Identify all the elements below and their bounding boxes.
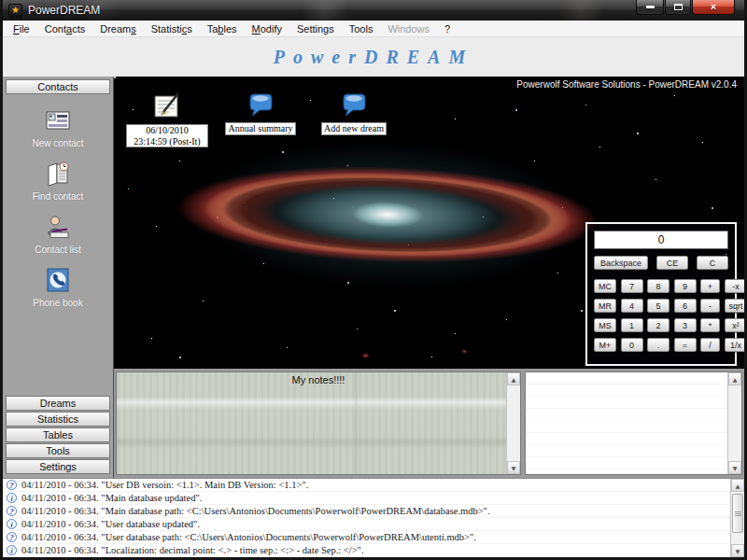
- calc-btn-5[interactable]: 5: [647, 299, 669, 313]
- sidebar-items: New contactFind contactContact listPhone…: [5, 95, 111, 308]
- calc-btn-divide[interactable]: /: [700, 338, 720, 352]
- scroll-up-icon[interactable]: ▲: [731, 479, 744, 492]
- log-entry-text: 04/11/2010 - 06:34. "Main database path:…: [21, 506, 490, 516]
- info-icon: i: [7, 493, 17, 503]
- calculator-grid: MC789+-xMR456-sqrtMS123*x²M+0.=/1/x: [594, 279, 728, 352]
- empty-list-box[interactable]: ▲ ▼: [525, 371, 742, 475]
- calc-btn-3[interactable]: 3: [674, 318, 697, 332]
- log-entry: i04/11/2010 - 06:34. "User database upda…: [3, 518, 730, 531]
- desktop-icon-label: Add new dream: [321, 122, 387, 135]
- calc-btn-9[interactable]: 9: [674, 279, 697, 293]
- window-controls: ×: [635, 0, 735, 15]
- sidebar-item-find-contact[interactable]: Find contact: [33, 159, 83, 202]
- calc-btn-minus[interactable]: -: [700, 299, 720, 313]
- menu-item-file[interactable]: File: [6, 21, 37, 36]
- starfield-bright: [114, 77, 116, 78]
- menu-item-help[interactable]: ?: [437, 21, 458, 36]
- galaxy-desktop[interactable]: Powerwolf Software Solutions - PowerDREA…: [114, 77, 744, 369]
- maximize-button[interactable]: [665, 0, 691, 15]
- calc-btn-7[interactable]: 7: [621, 279, 643, 293]
- sidebar-item-phone-book[interactable]: Phone book: [33, 265, 82, 308]
- calc-btn-2[interactable]: 2: [647, 318, 669, 332]
- calc-btn-ce[interactable]: CE: [656, 256, 688, 270]
- calc-btn-1[interactable]: 1: [621, 318, 643, 332]
- calc-btn-ms[interactable]: MS: [594, 318, 616, 332]
- calc-btn-negate[interactable]: -x: [725, 279, 745, 293]
- calc-btn-equals[interactable]: =: [674, 338, 697, 352]
- sidebar-section-settings[interactable]: Settings: [6, 459, 110, 474]
- menu-item-modify[interactable]: Modify: [245, 21, 289, 36]
- sidebar-item-contact-list[interactable]: Contact list: [35, 212, 80, 255]
- calc-btn-backspace[interactable]: Backspace: [594, 256, 648, 270]
- menu-bar: FileContactsDreamsStatisticsTablesModify…: [3, 21, 744, 37]
- new-contact-icon: [43, 105, 73, 135]
- minimize-icon: [646, 6, 655, 8]
- scroll-down-icon[interactable]: ▼: [507, 461, 520, 474]
- sidebar-section-statistics[interactable]: Statistics: [6, 412, 110, 427]
- minimize-button[interactable]: [636, 0, 664, 15]
- phone-book-icon: [43, 265, 73, 295]
- log-entry-text: 04/11/2010 - 06:34. "User DB versoin: <1…: [21, 480, 308, 490]
- menu-item-dreams[interactable]: Dreams: [92, 21, 144, 36]
- log-panel: ?04/11/2010 - 06:34. "User DB versoin: <…: [3, 478, 744, 557]
- close-button[interactable]: ×: [692, 0, 735, 15]
- scroll-down-icon[interactable]: ▼: [731, 544, 744, 557]
- title-bar[interactable]: ★ PowerDREAM ×: [3, 0, 744, 21]
- dream-bubble-icon: [342, 86, 367, 118]
- scrollbar-thumb[interactable]: [732, 494, 743, 533]
- menu-item-tools[interactable]: Tools: [342, 21, 381, 36]
- desktop-icon-annual-summary[interactable]: Annual summary: [218, 86, 303, 135]
- log-entry: ?04/11/2010 - 06:34. "User database path…: [3, 531, 730, 544]
- calc-btn-6[interactable]: 6: [674, 299, 697, 313]
- desktop-icon-label: Annual summary: [225, 122, 295, 135]
- menu-item-contacts[interactable]: Contacts: [37, 21, 92, 36]
- scroll-up-icon[interactable]: ▲: [728, 372, 741, 385]
- menu-item-statistics[interactable]: Statistics: [144, 21, 200, 36]
- calc-btn-dot[interactable]: .: [647, 338, 669, 352]
- question-icon: ?: [7, 480, 17, 490]
- calc-btn-0[interactable]: 0: [621, 338, 643, 352]
- sidebar-section-tables[interactable]: Tables: [6, 427, 110, 442]
- calc-btn-m[interactable]: M+: [594, 338, 616, 352]
- sidebar-section-dreams[interactable]: Dreams: [6, 396, 110, 411]
- sidebar-section-tools[interactable]: Tools: [6, 443, 110, 458]
- notes-scrollbar[interactable]: ▲ ▼: [506, 372, 520, 474]
- window-title: PowerDREAM: [28, 4, 100, 17]
- log-scrollbar[interactable]: ▲ ▼: [730, 479, 744, 557]
- desktop-icon-label: 06/10/2010 23:14:59 (Post-It): [126, 124, 208, 147]
- calc-btn-mc[interactable]: MC: [594, 279, 616, 293]
- sidebar-section-contacts[interactable]: Contacts: [6, 79, 110, 94]
- calc-btn-sqrt[interactable]: sqrt: [725, 299, 745, 313]
- banner-title: PowerDREAM: [274, 47, 473, 68]
- app-star-icon: ★: [8, 4, 22, 18]
- log-entry: i04/11/2010 - 06:34. "Main database upda…: [3, 492, 730, 505]
- main-panel: Powerwolf Software Solutions - PowerDREA…: [114, 77, 744, 478]
- desktop-icon-06-10-2010-23-14-59-post-it[interactable]: 06/10/2010 23:14:59 (Post-It): [125, 86, 209, 147]
- calc-btn-c[interactable]: C: [697, 256, 728, 270]
- calc-btn-mr[interactable]: MR: [594, 299, 616, 313]
- menu-item-windows[interactable]: Windows: [380, 21, 437, 36]
- post-it-icon: [152, 86, 182, 119]
- calc-btn-8[interactable]: 8: [647, 279, 669, 293]
- sidebar-item-label: Phone book: [33, 298, 82, 308]
- question-icon: ?: [7, 532, 17, 542]
- scroll-up-icon[interactable]: ▲: [507, 372, 520, 385]
- log-entry: ?04/11/2010 - 06:34. "User DB versoin: <…: [3, 479, 730, 492]
- desktop-icon-add-new-dream[interactable]: Add new dream: [312, 86, 396, 135]
- notes-area[interactable]: My notes!!!! ▲ ▼: [116, 371, 521, 475]
- sidebar-bottom-sections: DreamsStatisticsTablesToolsSettings: [5, 395, 111, 475]
- calc-btn-4[interactable]: 4: [621, 299, 643, 313]
- calc-btn-multiply[interactable]: *: [700, 318, 720, 332]
- log-entry: ?04/11/2010 - 06:34. "Main database path…: [3, 505, 730, 518]
- maximize-icon: [674, 4, 683, 10]
- banner: PowerDREAM: [3, 37, 744, 77]
- calc-btn-plus[interactable]: +: [700, 279, 720, 293]
- log-entry: i04/11/2010 - 06:34. "Localization: deci…: [3, 544, 730, 557]
- calc-btn-reciprocal[interactable]: 1/x: [725, 338, 745, 352]
- menu-item-tables[interactable]: Tables: [200, 21, 245, 36]
- scroll-down-icon[interactable]: ▼: [728, 461, 741, 474]
- listbox-scrollbar[interactable]: ▲ ▼: [727, 372, 741, 474]
- calc-btn-x-squared[interactable]: x²: [725, 318, 745, 332]
- menu-item-settings[interactable]: Settings: [289, 21, 342, 36]
- sidebar-item-new-contact[interactable]: New contact: [32, 105, 83, 148]
